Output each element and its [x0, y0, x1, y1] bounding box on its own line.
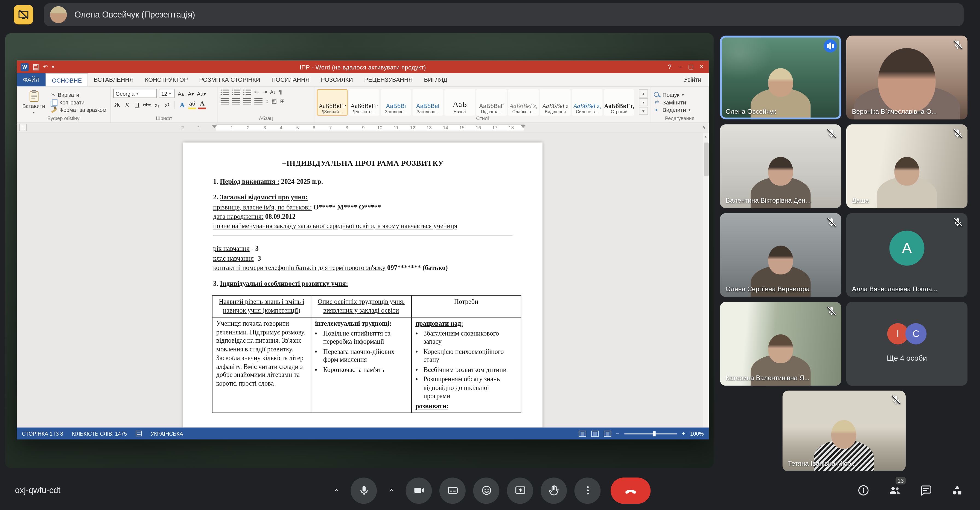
font-size-select[interactable]: 12▾	[159, 89, 175, 98]
participant-tile[interactable]: Даша	[846, 124, 967, 208]
people-button[interactable]: 13	[888, 483, 901, 497]
print-layout-icon[interactable]	[591, 430, 598, 437]
end-call-button[interactable]	[611, 477, 651, 504]
cut-button[interactable]: ✂Вирізати	[51, 92, 107, 98]
presentation-chip[interactable]	[14, 5, 33, 24]
font-family-select[interactable]: Georgia▾	[113, 89, 157, 98]
highlight-color-button[interactable]: аб	[188, 100, 196, 109]
text-effects-button[interactable]: А	[178, 100, 186, 109]
scrollbar-up-icon[interactable]: ▴	[702, 132, 709, 140]
language-indicator[interactable]: УКРАЇНСЬКА	[151, 430, 183, 437]
tab-selector[interactable]: ∟	[19, 124, 27, 131]
outdent-icon[interactable]: ⇤	[254, 89, 259, 96]
numbered-list-icon[interactable]	[232, 89, 240, 96]
more-options-button[interactable]	[574, 477, 601, 504]
align-left-icon[interactable]	[221, 98, 229, 105]
ribbon-tab[interactable]: ПОСИЛАННЯ	[266, 73, 315, 86]
sort-icon[interactable]: А↓	[270, 89, 276, 96]
ribbon-tab[interactable]: РОЗМІТКА СТОРІНКИ	[194, 73, 266, 86]
zoom-slider-thumb[interactable]	[653, 431, 656, 436]
indent-icon[interactable]: ⇥	[262, 89, 267, 96]
subscript-button[interactable]: х₂	[153, 100, 161, 109]
grow-font-button[interactable]: А▴	[177, 89, 185, 98]
underline-button[interactable]: П	[133, 100, 142, 109]
style-item[interactable]: АаБбВвГгВиділення	[540, 89, 571, 116]
info-button[interactable]	[856, 483, 870, 497]
ribbon-tab[interactable]: РЕЦЕНЗУВАННЯ	[359, 73, 418, 86]
sign-in-link[interactable]: Увійти	[684, 73, 709, 86]
select-button[interactable]: ▸Виділити▾	[654, 107, 706, 113]
right-indent-marker[interactable]	[520, 125, 525, 128]
strikethrough-button[interactable]: abc	[143, 100, 151, 109]
participant-tile[interactable]: Валентина Вікторівна Ден...	[720, 124, 841, 208]
paste-button[interactable]: Вставити ▾	[19, 89, 48, 116]
mic-options-button[interactable]	[329, 477, 343, 504]
camera-options-button[interactable]	[385, 477, 398, 504]
pilcrow-icon[interactable]: ¶	[279, 89, 282, 96]
bold-button[interactable]: Ж	[113, 100, 121, 109]
multilevel-list-icon[interactable]	[243, 89, 251, 96]
align-center-icon[interactable]	[232, 98, 240, 105]
participant-tile[interactable]: Олена Овсейчук	[720, 35, 841, 119]
vertical-scrollbar[interactable]: ▴	[702, 132, 709, 428]
bullet-list-icon[interactable]	[221, 89, 229, 96]
page-indicator[interactable]: СТОРІНКА 1 ІЗ 8	[22, 430, 63, 437]
activities-button[interactable]	[950, 483, 964, 497]
captions-button[interactable]	[439, 477, 466, 504]
close-button[interactable]: ×	[696, 61, 707, 73]
italic-button[interactable]: К	[123, 100, 131, 109]
horizontal-ruler[interactable]: ∟ 21123456789101112131415161718 ∧	[17, 123, 709, 132]
participant-tile[interactable]: ААлла Вячеславівна Попла...	[846, 213, 967, 297]
present-button[interactable]	[507, 477, 533, 504]
format-painter-button[interactable]: Формат за зразком	[51, 107, 107, 113]
style-item[interactable]: АаБбВвГг,Сильне в...	[572, 89, 602, 116]
participant-tile[interactable]: Вероніка В`ячеславівна О...	[846, 35, 967, 119]
presenter-pill[interactable]: Олена Овсейчук (Презентація)	[44, 3, 964, 26]
style-item[interactable]: АаБбВвГг,Слабке в...	[508, 89, 539, 116]
tab-file[interactable]: ФАЙЛ	[17, 73, 46, 86]
zoom-level[interactable]: 100%	[690, 430, 704, 437]
font-color-button[interactable]: А	[198, 100, 207, 109]
shading-icon[interactable]: ▨	[272, 98, 277, 105]
participant-tile[interactable]: ІСЩе 4 особи	[846, 302, 967, 386]
replace-button[interactable]: ⇄Замінити	[654, 99, 706, 105]
ribbon-tab[interactable]: ВИГЛЯД	[418, 73, 453, 86]
style-item[interactable]: АаБбВвГг¶Без інте...	[348, 89, 379, 116]
ribbon-tab[interactable]: ВСТАВЛЕННЯ	[88, 73, 139, 86]
help-button[interactable]: ?	[665, 61, 675, 73]
gallery-scroll-up[interactable]: ▴	[639, 89, 648, 98]
raise-hand-button[interactable]	[541, 477, 567, 504]
gallery-scroll-down[interactable]: ▾	[639, 98, 648, 106]
zoom-out-button[interactable]: −	[616, 430, 619, 437]
document-canvas[interactable]: +ІНДИВІДУАЛЬНА ПРОГРАМА РОЗВИТКУ 1. Пері…	[17, 132, 709, 428]
style-item[interactable]: АаЬНазва	[444, 89, 475, 116]
web-layout-icon[interactable]	[603, 430, 611, 437]
word-count[interactable]: КІЛЬКІСТЬ СЛІВ: 1475	[72, 430, 127, 437]
restore-button[interactable]: ▢	[686, 61, 696, 73]
copy-button[interactable]: Копіювати	[51, 99, 107, 105]
ribbon-tab[interactable]: ОСНОВНЕ	[46, 73, 88, 86]
change-case-button[interactable]: Аа▾	[197, 89, 206, 98]
reactions-button[interactable]	[473, 477, 499, 504]
proofing-icon[interactable]	[135, 431, 142, 437]
line-spacing-icon[interactable]: ↕	[266, 98, 268, 105]
read-mode-icon[interactable]	[579, 430, 586, 437]
participant-tile[interactable]: Катерина Валентинівна Я...	[720, 302, 841, 386]
style-item[interactable]: АаБбВіЗаголово...	[380, 89, 411, 116]
superscript-button[interactable]: х²	[163, 100, 172, 109]
ribbon-tab[interactable]: КОНСТРУКТОР	[139, 73, 193, 86]
minimize-button[interactable]: –	[675, 61, 686, 73]
zoom-in-button[interactable]: +	[682, 430, 685, 437]
style-item[interactable]: АаБбВвІЗаголово...	[413, 89, 443, 116]
scrollbar-thumb[interactable]	[703, 142, 708, 176]
participant-tile[interactable]: Тетяна Іванівна Міср...	[782, 391, 905, 472]
zoom-slider[interactable]	[624, 433, 677, 434]
collapse-ribbon-icon[interactable]: ∧	[702, 124, 705, 130]
style-item[interactable]: АаБбВвГг,Строгий	[604, 89, 635, 116]
mic-button[interactable]	[350, 477, 377, 504]
document-page[interactable]: +ІНДИВІДУАЛЬНА ПРОГРАМА РОЗВИТКУ 1. Пері…	[183, 142, 542, 427]
ribbon-tab[interactable]: РОЗСИЛКИ	[315, 73, 359, 86]
left-indent-marker[interactable]	[212, 125, 217, 128]
borders-icon[interactable]: ⊞	[280, 98, 285, 105]
shared-screen-video[interactable]: W ↶ ▾ ІПР - Word (не вдалося активувати …	[5, 33, 714, 468]
